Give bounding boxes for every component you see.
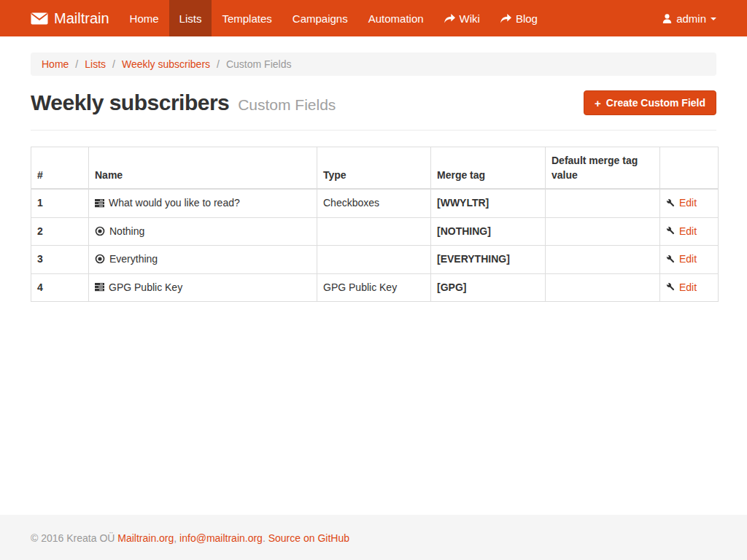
field-merge-tag: [WWYLTR] bbox=[431, 189, 546, 217]
field-name: Nothing bbox=[109, 224, 144, 238]
share-arrow-icon bbox=[444, 14, 455, 23]
brand-mailtrain[interactable]: Mailtrain bbox=[31, 0, 120, 36]
breadcrumb-separator: / bbox=[210, 58, 226, 70]
field-merge-tag: [NOTHING] bbox=[431, 217, 546, 246]
field-type: GPG Public Key bbox=[317, 273, 431, 302]
nav-item-campaigns[interactable]: Campaigns bbox=[282, 0, 358, 36]
breadcrumb: Home / Lists / Weekly subscribers / Cust… bbox=[31, 52, 716, 76]
table-header-row: # Name Type Merge tag Default merge tag … bbox=[31, 147, 719, 190]
share-arrow-icon bbox=[500, 14, 511, 23]
field-name: What would you like to read? bbox=[109, 195, 240, 210]
header-name: Name bbox=[89, 147, 317, 190]
field-type: Checkboxes bbox=[317, 189, 431, 217]
header-type: Type bbox=[317, 147, 431, 190]
footer-link-mailtrain[interactable]: Mailtrain.org bbox=[117, 532, 174, 544]
edit-field-link[interactable]: Edit bbox=[666, 280, 697, 295]
field-merge-tag: [EVERYTHING] bbox=[431, 246, 546, 274]
field-name: GPG Public Key bbox=[109, 280, 182, 295]
wrench-icon bbox=[666, 282, 676, 292]
user-icon bbox=[662, 14, 672, 23]
copyright-text: © 2016 Kreata OÜ bbox=[31, 532, 115, 544]
breadcrumb-current: Custom Fields bbox=[226, 58, 291, 70]
main-nav: Home Lists Templates Campaigns Automatio… bbox=[120, 0, 548, 36]
header-merge-tag: Merge tag bbox=[431, 147, 546, 190]
record-icon bbox=[95, 254, 105, 264]
field-default-value bbox=[546, 217, 660, 246]
breadcrumb-weekly-subscribers[interactable]: Weekly subscribers bbox=[122, 58, 210, 70]
field-default-value bbox=[546, 246, 660, 274]
header-num: # bbox=[31, 147, 89, 190]
plus-icon: + bbox=[595, 98, 601, 109]
page-subtitle: Custom Fields bbox=[238, 96, 336, 113]
edit-field-link[interactable]: Edit bbox=[666, 224, 697, 238]
breadcrumb-separator: / bbox=[69, 58, 85, 70]
nav-item-wiki[interactable]: Wiki bbox=[434, 0, 490, 36]
nav-item-lists[interactable]: Lists bbox=[169, 0, 212, 36]
envelope-icon bbox=[31, 12, 48, 25]
top-navbar: Mailtrain Home Lists Templates Campaigns… bbox=[0, 0, 747, 36]
edit-field-link[interactable]: Edit bbox=[666, 252, 697, 266]
field-merge-tag: [GPG] bbox=[431, 273, 546, 302]
row-number: 3 bbox=[31, 246, 89, 274]
tasks-icon bbox=[95, 198, 104, 208]
table-row: 2 Nothing [NOTHING] bbox=[31, 217, 719, 246]
nav-item-blog[interactable]: Blog bbox=[490, 0, 548, 36]
field-name: Everything bbox=[109, 252, 158, 266]
table-row: 3 Everything [EVERYTHING] bbox=[31, 246, 719, 274]
breadcrumb-home[interactable]: Home bbox=[42, 58, 69, 70]
page-header: Weekly subscribers Custom Fields + Creat… bbox=[31, 90, 716, 131]
edit-field-link[interactable]: Edit bbox=[666, 195, 697, 210]
user-label: admin bbox=[676, 12, 706, 25]
wrench-icon bbox=[666, 226, 676, 236]
record-icon bbox=[95, 226, 105, 236]
breadcrumb-lists[interactable]: Lists bbox=[85, 58, 106, 70]
breadcrumb-separator: / bbox=[106, 58, 122, 70]
table-row: 4 GPG Public Key GPG Public Key [GPG] bbox=[31, 273, 719, 302]
wrench-icon bbox=[666, 198, 676, 208]
header-actions bbox=[660, 147, 719, 190]
create-custom-field-button[interactable]: + Create Custom Field bbox=[584, 90, 716, 115]
nav-item-automation[interactable]: Automation bbox=[358, 0, 434, 36]
table-row: 1 What would you like to read? Checkboxe… bbox=[31, 189, 719, 217]
row-number: 4 bbox=[31, 273, 89, 302]
chevron-down-icon bbox=[711, 18, 716, 20]
brand-label: Mailtrain bbox=[54, 10, 109, 27]
field-type bbox=[317, 217, 431, 246]
wrench-icon bbox=[666, 254, 676, 264]
nav-item-templates[interactable]: Templates bbox=[212, 0, 282, 36]
page-title: Weekly subscribers bbox=[31, 90, 229, 114]
footer-link-github[interactable]: Source on GitHub bbox=[268, 532, 349, 544]
tasks-icon bbox=[95, 282, 104, 292]
row-number: 2 bbox=[31, 217, 89, 246]
page-footer: © 2016 Kreata OÜ Mailtrain.org, info@mai… bbox=[0, 515, 747, 560]
custom-fields-table: # Name Type Merge tag Default merge tag … bbox=[31, 147, 719, 302]
field-default-value bbox=[546, 189, 660, 217]
header-default-value: Default merge tag value bbox=[546, 147, 660, 190]
field-default-value bbox=[546, 273, 660, 302]
field-type bbox=[317, 246, 431, 274]
footer-link-email[interactable]: info@mailtrain.org bbox=[179, 532, 263, 544]
user-menu-admin[interactable]: admin bbox=[662, 12, 716, 25]
nav-item-home[interactable]: Home bbox=[120, 0, 169, 36]
row-number: 1 bbox=[31, 189, 89, 217]
